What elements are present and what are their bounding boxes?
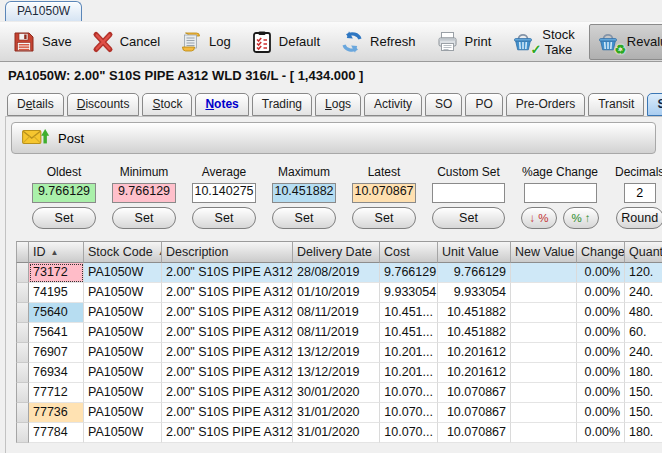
tab-pre-orders[interactable]: Pre-Orders: [506, 93, 585, 116]
cell-stock-code[interactable]: PA1050W: [84, 403, 162, 423]
tab-logs[interactable]: Logs: [315, 93, 361, 116]
percent-up-button[interactable]: % ↑: [563, 207, 599, 229]
grid-row-74195[interactable]: 74195PA1050W2.00" S10S PIPE A312 WLD ...…: [16, 283, 662, 303]
cell-id[interactable]: 73172: [29, 263, 84, 283]
post-button[interactable]: Post: [21, 125, 84, 152]
cell-id[interactable]: 74195: [29, 283, 84, 303]
cell-cost[interactable]: 10.070...: [380, 423, 438, 443]
grid-row-76934[interactable]: 76934PA1050W2.00" S10S PIPE A312 WLD ...…: [16, 363, 662, 383]
default-button[interactable]: Default: [245, 24, 325, 60]
cell-description[interactable]: 2.00" S10S PIPE A312 WLD ...: [162, 303, 293, 323]
set-maximum-button[interactable]: Set: [272, 207, 336, 229]
cell-change[interactable]: 0.00%: [577, 283, 625, 303]
grid-row-77784[interactable]: 77784PA1050W2.00" S10S PIPE A312 WLD ...…: [16, 423, 662, 443]
cell-unit-value[interactable]: 10.070867: [438, 383, 511, 403]
cell-new-value[interactable]: [511, 323, 577, 343]
cell-stock-code[interactable]: PA1050W: [84, 363, 162, 383]
cell-unit-value[interactable]: 9.933054: [438, 283, 511, 303]
cell-change[interactable]: 0.00%: [577, 303, 625, 323]
cell-id[interactable]: 77784: [29, 423, 84, 443]
tab-discounts[interactable]: Discounts: [67, 93, 140, 116]
cell-change[interactable]: 0.00%: [577, 403, 625, 423]
cell-delivery-date[interactable]: 28/08/2019: [293, 263, 380, 283]
cell-id[interactable]: 77712: [29, 383, 84, 403]
tab-stock-prices[interactable]: Stock Prices: [647, 93, 662, 116]
cell-cost[interactable]: 10.451...: [380, 303, 438, 323]
cell-new-value[interactable]: [511, 363, 577, 383]
cell-new-value[interactable]: [511, 263, 577, 283]
cell-cost[interactable]: 10.451...: [380, 323, 438, 343]
cell-description[interactable]: 2.00" S10S PIPE A312 WLD ...: [162, 263, 293, 283]
window-tab-pa1050w[interactable]: PA1050W: [5, 1, 82, 21]
cell-stock-code[interactable]: PA1050W: [84, 283, 162, 303]
cell-quantity[interactable]: 240.: [625, 283, 662, 303]
grid-row-75640[interactable]: 75640PA1050W2.00" S10S PIPE A312 WLD ...…: [16, 303, 662, 323]
cell-stock-code[interactable]: PA1050W: [84, 423, 162, 443]
cell-stock-code[interactable]: PA1050W: [84, 263, 162, 283]
column-header-unit-value[interactable]: Unit Value: [438, 241, 511, 263]
cell-cost[interactable]: 10.070...: [380, 403, 438, 423]
cell-change[interactable]: 0.00%: [577, 423, 625, 443]
cell-unit-value[interactable]: 9.766129: [438, 263, 511, 283]
percent-down-button[interactable]: ↓ %: [521, 207, 557, 229]
cell-delivery-date[interactable]: 08/11/2019: [293, 303, 380, 323]
cell-delivery-date[interactable]: 01/10/2019: [293, 283, 380, 303]
tab-activity[interactable]: Activity: [364, 93, 422, 116]
cell-cost[interactable]: 9.766129: [380, 263, 438, 283]
cell-new-value[interactable]: [511, 343, 577, 363]
column-header-change[interactable]: Change: [577, 241, 625, 263]
cell-cost[interactable]: 10.201...: [380, 343, 438, 363]
cell-cost[interactable]: 9.933054: [380, 283, 438, 303]
column-header-cost[interactable]: Cost: [380, 241, 438, 263]
cell-new-value[interactable]: [511, 383, 577, 403]
stock-take-button[interactable]: ✓ Stock Take: [505, 24, 580, 60]
cell-description[interactable]: 2.00" S10S PIPE A312 WLD ...: [162, 403, 293, 423]
tab-details[interactable]: Details: [7, 93, 64, 116]
cell-quantity[interactable]: 180.: [625, 423, 662, 443]
column-header-delivery-date[interactable]: Delivery Date: [293, 241, 380, 263]
tab-so[interactable]: SO: [425, 93, 462, 116]
cell-delivery-date[interactable]: 13/12/2019: [293, 363, 380, 383]
save-button[interactable]: Save: [6, 24, 77, 60]
cell-delivery-date[interactable]: 31/01/2020: [293, 403, 380, 423]
cell-new-value[interactable]: [511, 283, 577, 303]
custom-set-input[interactable]: [432, 183, 505, 203]
cell-description[interactable]: 2.00" S10S PIPE A312 WLD ...: [162, 383, 293, 403]
tab-trading[interactable]: Trading: [252, 93, 312, 116]
cell-id[interactable]: 76907: [29, 343, 84, 363]
cell-new-value[interactable]: [511, 303, 577, 323]
cell-change[interactable]: 0.00%: [577, 263, 625, 283]
cell-quantity[interactable]: 60.: [625, 323, 662, 343]
cancel-button[interactable]: Cancel: [86, 24, 165, 60]
cell-id[interactable]: 77736: [29, 403, 84, 423]
grid-row-73172[interactable]: 73172PA1050W2.00" S10S PIPE A312 WLD ...…: [16, 263, 662, 283]
cell-stock-code[interactable]: PA1050W: [84, 303, 162, 323]
cell-id[interactable]: 76934: [29, 363, 84, 383]
print-button[interactable]: Print: [430, 24, 497, 60]
cell-description[interactable]: 2.00" S10S PIPE A312 WLD ...: [162, 283, 293, 303]
set-oldest-button[interactable]: Set: [32, 207, 96, 229]
decimals-input[interactable]: [624, 183, 656, 203]
revaluation-button[interactable]: ♻ Revaluation: [589, 24, 662, 60]
cell-change[interactable]: 0.00%: [577, 343, 625, 363]
tab-notes[interactable]: Notes: [195, 93, 248, 116]
cell-new-value[interactable]: [511, 403, 577, 423]
grid-row-77736[interactable]: 77736PA1050W2.00" S10S PIPE A312 WLD ...…: [16, 403, 662, 423]
cell-description[interactable]: 2.00" S10S PIPE A312 WLD ...: [162, 343, 293, 363]
cell-stock-code[interactable]: PA1050W: [84, 323, 162, 343]
set-custom-button[interactable]: Set: [432, 207, 505, 229]
refresh-button[interactable]: Refresh: [334, 24, 421, 60]
cell-stock-code[interactable]: PA1050W: [84, 343, 162, 363]
cell-quantity[interactable]: 150.: [625, 383, 662, 403]
cell-delivery-date[interactable]: 08/11/2019: [293, 323, 380, 343]
cell-change[interactable]: 0.00%: [577, 363, 625, 383]
column-header-quantity[interactable]: Quantity: [625, 241, 662, 263]
cell-cost[interactable]: 10.201...: [380, 363, 438, 383]
cell-description[interactable]: 2.00" S10S PIPE A312 WLD ...: [162, 363, 293, 383]
percent-change-input[interactable]: [524, 183, 597, 203]
tab-transit[interactable]: Transit: [588, 93, 644, 116]
set-average-button[interactable]: Set: [192, 207, 256, 229]
cell-unit-value[interactable]: 10.451882: [438, 303, 511, 323]
cell-new-value[interactable]: [511, 423, 577, 443]
cell-delivery-date[interactable]: 13/12/2019: [293, 343, 380, 363]
